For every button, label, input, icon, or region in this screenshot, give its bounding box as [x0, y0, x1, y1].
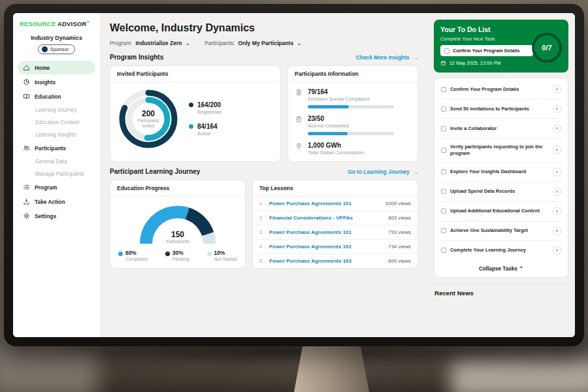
sidebar-item-take-action[interactable]: Take Action	[18, 195, 95, 208]
go-to-learning-journey-link[interactable]: Go to Learning Journey →	[348, 169, 418, 175]
legend-item-not-started: 10% Not Started	[207, 250, 237, 261]
sidebar-item-education[interactable]: Education	[18, 90, 95, 103]
legend-pct: 10%	[214, 250, 225, 256]
lesson-row: 4 Power Purchase Agreements 102 734 view…	[253, 240, 417, 254]
checkbox[interactable]	[441, 248, 446, 253]
checkbox[interactable]	[441, 106, 446, 112]
chevron-down-icon[interactable]: ⌄	[297, 42, 302, 45]
filters-row: Program: Industrialize Zero ⌄ Participan…	[110, 40, 418, 46]
collapse-tasks-link[interactable]: Collapse Tasks ⌃	[440, 260, 562, 276]
legend-label: Completed	[118, 257, 148, 261]
learning-cards-row: Education Progress 150 Participants 60%	[110, 180, 418, 269]
chevron-right-icon[interactable]: ›	[553, 85, 561, 93]
checkbox[interactable]	[441, 228, 446, 233]
task-row-upload-educational-content[interactable]: Upload Additional Educational Content ›	[440, 202, 562, 221]
task-row-complete-learning-journey[interactable]: Complete Your Learning Journey ›	[440, 241, 562, 260]
sponsor-badge[interactable]: Sponsor	[38, 44, 75, 54]
stat-emission-survey: 79/164 Emission Survey Completed	[295, 88, 410, 108]
lesson-views: 600 views	[388, 258, 411, 264]
legend-dot	[118, 252, 123, 256]
task-row-explore-insights[interactable]: Explore Your Insights Dashboard ›	[440, 163, 562, 182]
sidebar-item-participants[interactable]: Participants	[18, 141, 95, 155]
donut-center-label: Participants Invited	[134, 118, 163, 129]
invited-donut-chart: 200 Participants Invited	[117, 88, 180, 150]
sponsor-icon	[42, 46, 48, 52]
lesson-rank: 3	[259, 229, 265, 235]
sidebar-item-label: Participants	[35, 145, 66, 152]
checkbox[interactable]	[441, 169, 446, 174]
task-row-send-invitations[interactable]: Send 50 Invitations to Participants ›	[440, 99, 562, 119]
todo-panel: Your To Do List Complete Your Next Task:…	[427, 13, 575, 337]
sidebar-subitem-education-content[interactable]: Education Content	[18, 116, 95, 128]
legend-item-registered: 164/200 Registered	[189, 101, 221, 115]
brand-primary: RESOURCE	[20, 20, 56, 27]
lesson-views: 803 views	[388, 215, 411, 221]
sidebar-subitem-learning-journey[interactable]: Learning Journey	[18, 104, 95, 116]
participants-filter-dropdown[interactable]: Participants: Only My Participants ⌄	[204, 40, 302, 46]
task-row-upload-spend-data[interactable]: Upload Spend Data Records ›	[440, 182, 562, 202]
task-row-verify-participants[interactable]: Verify participants requesting to join t…	[440, 139, 562, 163]
sidebar-subitem-learning-insights[interactable]: Learning Insights	[18, 129, 95, 140]
sidebar-item-settings[interactable]: Settings	[18, 209, 95, 223]
chevron-right-icon[interactable]: ›	[553, 207, 561, 216]
checkbox[interactable]	[441, 148, 446, 153]
education-gauge-chart: 150 Participants	[140, 206, 216, 244]
lesson-rank: 5	[259, 258, 265, 264]
chevron-right-icon[interactable]: ›	[553, 188, 561, 196]
section-title: Participant Learning Journey	[110, 168, 200, 175]
card-title: Education Progress	[110, 180, 245, 197]
donut-legend: 164/200 Registered 84/164 Active	[189, 101, 221, 137]
lesson-row: 2 Financial Considerations - VPPAs 803 v…	[253, 211, 417, 225]
sidebar-item-label: Program	[35, 184, 57, 191]
chevron-right-icon[interactable]: ›	[553, 146, 561, 154]
gauge-legend: 60% Completed 30% Pending 10% Not Starte…	[117, 245, 238, 263]
sidebar-item-program[interactable]: Program	[18, 180, 95, 194]
next-task-row[interactable]: Confirm Your Program Details	[440, 45, 533, 56]
legend-label: Active	[197, 131, 218, 137]
chevron-right-icon[interactable]: ›	[553, 168, 561, 176]
calendar-icon	[440, 60, 446, 66]
lesson-link[interactable]: Power Purchase Agreements 101	[269, 229, 384, 235]
stat-value: 1,000 GWh	[308, 142, 364, 149]
sidebar-item-home[interactable]: Home	[18, 61, 95, 74]
lesson-link[interactable]: Financial Considerations - VPPAs	[269, 215, 384, 221]
program-filter-value: Industrialize Zero	[135, 40, 182, 46]
recent-news-heading: Recent News	[434, 284, 568, 297]
sidebar-subitem-manage-participants[interactable]: Manage Participants	[18, 168, 95, 180]
checkbox[interactable]	[441, 126, 446, 131]
checkbox[interactable]	[444, 48, 449, 54]
stat-value: 79/164	[308, 88, 394, 95]
sidebar-item-label: Insights	[35, 79, 56, 86]
chevron-right-icon[interactable]: ›	[553, 227, 561, 235]
stat-actions-completed: 23/50 Actions Completed	[295, 115, 410, 135]
todo-progress-value: 0/7	[542, 44, 551, 52]
legend-dot	[189, 124, 193, 129]
lesson-link[interactable]: Power Purchase Agreements 101	[269, 201, 381, 206]
chevron-down-icon[interactable]: ⌄	[186, 42, 191, 45]
dashboard-screen: RESOURCE ADVISOR+ Industry Dynamics Spon…	[13, 13, 575, 337]
participants-filter-value: Only My Participants	[238, 40, 293, 46]
book-icon	[23, 93, 30, 100]
check-more-insights-link[interactable]: Check More Insights →	[356, 54, 418, 61]
sidebar-subitem-general-data[interactable]: General Data	[18, 155, 95, 167]
chevron-right-icon[interactable]: ›	[553, 105, 561, 113]
download-action-icon	[23, 198, 30, 205]
next-task-label: Confirm Your Program Details	[453, 48, 519, 54]
chevron-right-icon[interactable]: ›	[553, 124, 561, 133]
checkbox[interactable]	[441, 189, 446, 194]
lesson-link[interactable]: Power Purchase Agreements 102	[269, 244, 384, 250]
checkbox[interactable]	[441, 87, 446, 92]
chevron-right-icon[interactable]: ›	[553, 246, 561, 255]
sidebar-item-label: Settings	[35, 213, 56, 220]
task-row-confirm-program[interactable]: Confirm Your Program Details ›	[440, 80, 562, 99]
sidebar-item-insights[interactable]: Insights	[18, 75, 95, 89]
progress-bar	[308, 105, 394, 108]
insights-cards-row: Invited Participants 200 Participants In…	[110, 65, 418, 162]
checkbox[interactable]	[441, 208, 446, 214]
card-title: Top Lessons	[253, 180, 417, 197]
task-row-invite-collaborator[interactable]: Invite a Collaborator ›	[440, 119, 562, 139]
program-filter-dropdown[interactable]: Program: Industrialize Zero ⌄	[110, 40, 190, 46]
task-row-achieve-sustainability-target[interactable]: Achieve One Sustainability Target ›	[440, 221, 562, 241]
sidebar-item-label: Learning Insights	[35, 132, 76, 138]
lesson-link[interactable]: Power Purchase Agreements 103	[269, 258, 384, 264]
